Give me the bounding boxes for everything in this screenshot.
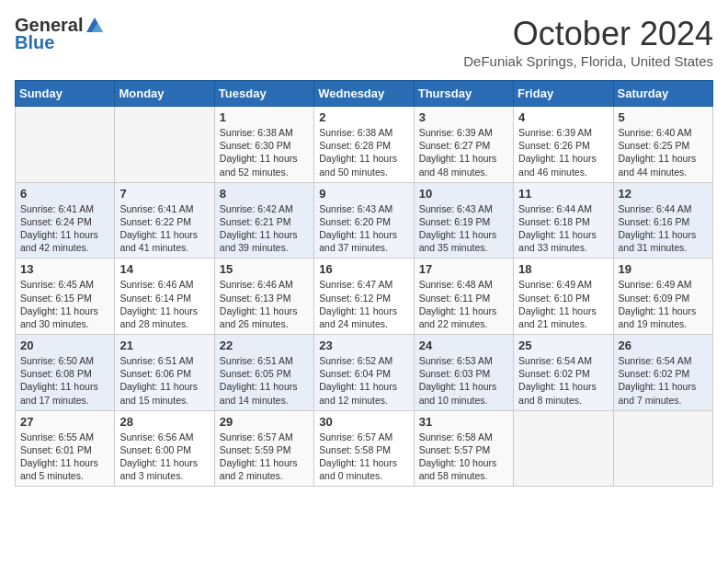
day-number: 17 <box>419 262 508 276</box>
day-number: 23 <box>319 339 408 352</box>
title-block: October 2024 DeFuniak Springs, Florida, … <box>463 15 713 69</box>
day-detail: Sunrise: 6:41 AMSunset: 6:22 PMDaylight:… <box>119 202 209 255</box>
day-detail: Sunrise: 6:44 AMSunset: 6:18 PMDaylight:… <box>518 202 608 255</box>
calendar-row-4: 20Sunrise: 6:50 AMSunset: 6:08 PMDayligh… <box>16 335 713 411</box>
day-number: 22 <box>220 339 309 352</box>
calendar-cell: 30Sunrise: 6:57 AMSunset: 5:58 PMDayligh… <box>314 410 414 487</box>
day-detail: Sunrise: 6:53 AMSunset: 6:03 PMDaylight:… <box>419 354 508 407</box>
col-monday: Monday <box>115 81 214 107</box>
calendar-cell: 14Sunrise: 6:46 AMSunset: 6:14 PMDayligh… <box>115 259 214 335</box>
day-detail: Sunrise: 6:51 AMSunset: 6:06 PMDaylight:… <box>119 354 209 407</box>
day-detail: Sunrise: 6:39 AMSunset: 6:27 PMDaylight:… <box>419 126 508 178</box>
day-detail: Sunrise: 6:54 AMSunset: 6:02 PMDaylight:… <box>619 354 708 407</box>
col-saturday: Saturday <box>613 81 712 107</box>
day-detail: Sunrise: 6:46 AMSunset: 6:14 PMDaylight:… <box>119 278 209 330</box>
month-title: October 2024 <box>463 15 713 53</box>
day-number: 25 <box>518 339 608 352</box>
page-header: General Blue October 2024 DeFuniak Sprin… <box>15 15 713 69</box>
calendar-cell: 1Sunrise: 6:38 AMSunset: 6:30 PMDaylight… <box>214 107 313 183</box>
calendar-cell: 3Sunrise: 6:39 AMSunset: 6:27 PMDaylight… <box>414 107 513 183</box>
col-sunday: Sunday <box>16 81 115 107</box>
calendar-cell: 23Sunrise: 6:52 AMSunset: 6:04 PMDayligh… <box>314 335 414 411</box>
calendar-cell: 2Sunrise: 6:38 AMSunset: 6:28 PMDaylight… <box>314 107 414 183</box>
day-number: 30 <box>319 415 408 429</box>
day-detail: Sunrise: 6:58 AMSunset: 5:57 PMDaylight:… <box>419 431 508 483</box>
calendar-row-2: 6Sunrise: 6:41 AMSunset: 6:24 PMDaylight… <box>16 182 713 259</box>
calendar-table: Sunday Monday Tuesday Wednesday Thursday… <box>15 80 713 487</box>
day-detail: Sunrise: 6:49 AMSunset: 6:10 PMDaylight:… <box>518 278 608 330</box>
calendar-cell: 25Sunrise: 6:54 AMSunset: 6:02 PMDayligh… <box>514 335 613 411</box>
day-number: 27 <box>20 415 109 429</box>
calendar-cell: 24Sunrise: 6:53 AMSunset: 6:03 PMDayligh… <box>414 335 513 411</box>
calendar-cell: 11Sunrise: 6:44 AMSunset: 6:18 PMDayligh… <box>514 182 613 259</box>
day-number: 21 <box>119 339 209 352</box>
calendar-cell: 4Sunrise: 6:39 AMSunset: 6:26 PMDaylight… <box>514 107 613 183</box>
day-detail: Sunrise: 6:38 AMSunset: 6:28 PMDaylight:… <box>319 126 408 178</box>
logo: General Blue <box>15 15 105 53</box>
day-detail: Sunrise: 6:44 AMSunset: 6:16 PMDaylight:… <box>619 202 708 255</box>
day-number: 10 <box>419 187 508 201</box>
day-number: 13 <box>20 262 109 276</box>
calendar-cell: 8Sunrise: 6:42 AMSunset: 6:21 PMDaylight… <box>214 182 313 259</box>
day-detail: Sunrise: 6:42 AMSunset: 6:21 PMDaylight:… <box>220 202 309 255</box>
day-detail: Sunrise: 6:54 AMSunset: 6:02 PMDaylight:… <box>518 354 608 407</box>
day-number: 5 <box>619 110 708 124</box>
day-number: 14 <box>119 262 209 276</box>
calendar-cell: 18Sunrise: 6:49 AMSunset: 6:10 PMDayligh… <box>514 259 613 335</box>
day-detail: Sunrise: 6:40 AMSunset: 6:25 PMDaylight:… <box>619 126 708 178</box>
calendar-cell: 16Sunrise: 6:47 AMSunset: 6:12 PMDayligh… <box>314 259 414 335</box>
day-detail: Sunrise: 6:38 AMSunset: 6:30 PMDaylight:… <box>220 126 309 178</box>
calendar-cell <box>613 410 712 487</box>
day-number: 15 <box>220 262 309 276</box>
day-detail: Sunrise: 6:57 AMSunset: 5:59 PMDaylight:… <box>220 431 309 483</box>
day-number: 9 <box>319 187 408 201</box>
calendar-cell: 31Sunrise: 6:58 AMSunset: 5:57 PMDayligh… <box>414 410 513 487</box>
day-detail: Sunrise: 6:43 AMSunset: 6:19 PMDaylight:… <box>419 202 508 255</box>
calendar-cell: 15Sunrise: 6:46 AMSunset: 6:13 PMDayligh… <box>214 259 313 335</box>
day-number: 8 <box>220 187 309 201</box>
day-number: 12 <box>619 187 708 201</box>
calendar-cell: 21Sunrise: 6:51 AMSunset: 6:06 PMDayligh… <box>115 335 214 411</box>
day-number: 20 <box>20 339 109 352</box>
day-detail: Sunrise: 6:49 AMSunset: 6:09 PMDaylight:… <box>619 278 708 330</box>
calendar-cell <box>16 107 115 183</box>
calendar-cell: 26Sunrise: 6:54 AMSunset: 6:02 PMDayligh… <box>613 335 712 411</box>
day-number: 19 <box>619 262 708 276</box>
day-number: 1 <box>220 110 309 124</box>
col-thursday: Thursday <box>414 81 513 107</box>
calendar-cell: 6Sunrise: 6:41 AMSunset: 6:24 PMDaylight… <box>16 182 115 259</box>
day-number: 29 <box>220 415 309 429</box>
calendar-row-3: 13Sunrise: 6:45 AMSunset: 6:15 PMDayligh… <box>16 259 713 335</box>
day-number: 4 <box>518 110 608 124</box>
day-detail: Sunrise: 6:45 AMSunset: 6:15 PMDaylight:… <box>20 278 109 330</box>
day-number: 31 <box>419 415 508 429</box>
day-detail: Sunrise: 6:48 AMSunset: 6:11 PMDaylight:… <box>419 278 508 330</box>
calendar-header-row: Sunday Monday Tuesday Wednesday Thursday… <box>16 81 713 107</box>
day-detail: Sunrise: 6:51 AMSunset: 6:05 PMDaylight:… <box>220 354 309 407</box>
day-detail: Sunrise: 6:50 AMSunset: 6:08 PMDaylight:… <box>20 354 109 407</box>
day-number: 16 <box>319 262 408 276</box>
day-detail: Sunrise: 6:47 AMSunset: 6:12 PMDaylight:… <box>319 278 408 330</box>
calendar-row-5: 27Sunrise: 6:55 AMSunset: 6:01 PMDayligh… <box>16 410 713 487</box>
day-detail: Sunrise: 6:39 AMSunset: 6:26 PMDaylight:… <box>518 126 608 178</box>
day-number: 2 <box>319 110 408 124</box>
calendar-cell: 20Sunrise: 6:50 AMSunset: 6:08 PMDayligh… <box>16 335 115 411</box>
calendar-row-1: 1Sunrise: 6:38 AMSunset: 6:30 PMDaylight… <box>16 107 713 183</box>
calendar-cell <box>514 410 613 487</box>
day-number: 6 <box>20 187 109 201</box>
day-number: 11 <box>518 187 608 201</box>
calendar-cell: 19Sunrise: 6:49 AMSunset: 6:09 PMDayligh… <box>613 259 712 335</box>
calendar-cell: 28Sunrise: 6:56 AMSunset: 6:00 PMDayligh… <box>115 410 214 487</box>
calendar-cell: 12Sunrise: 6:44 AMSunset: 6:16 PMDayligh… <box>613 182 712 259</box>
day-detail: Sunrise: 6:57 AMSunset: 5:58 PMDaylight:… <box>319 431 408 483</box>
col-friday: Friday <box>514 81 613 107</box>
day-number: 26 <box>619 339 708 352</box>
day-detail: Sunrise: 6:55 AMSunset: 6:01 PMDaylight:… <box>20 431 109 483</box>
day-number: 7 <box>119 187 209 201</box>
calendar-cell: 27Sunrise: 6:55 AMSunset: 6:01 PMDayligh… <box>16 410 115 487</box>
calendar-cell <box>115 107 214 183</box>
day-number: 24 <box>419 339 508 352</box>
calendar-cell: 7Sunrise: 6:41 AMSunset: 6:22 PMDaylight… <box>115 182 214 259</box>
col-tuesday: Tuesday <box>214 81 313 107</box>
calendar-cell: 13Sunrise: 6:45 AMSunset: 6:15 PMDayligh… <box>16 259 115 335</box>
